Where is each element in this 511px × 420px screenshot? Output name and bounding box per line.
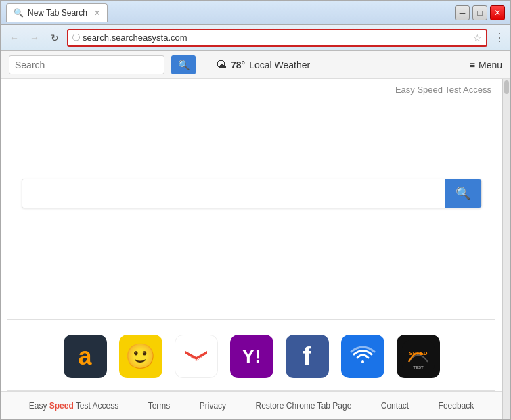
speed-svg-icon: SPEED TEST	[402, 340, 435, 373]
main-search-button[interactable]: 🔍	[445, 179, 481, 208]
wifi-svg-icon	[349, 343, 376, 370]
browser-tab[interactable]: 🔍 New Tab Search ✕	[6, 3, 108, 22]
footer-link-privacy[interactable]: Privacy	[200, 401, 226, 411]
footer-link-easy-speed[interactable]: Easy Speed Test Access	[29, 401, 119, 411]
minimize-button[interactable]: ─	[455, 5, 470, 20]
center-search-area: 🔍	[1, 95, 502, 319]
window-controls: ─ □ ✕	[455, 5, 505, 20]
weather-icon: 🌤	[216, 59, 227, 71]
scrollbar-thumb[interactable]	[504, 80, 509, 94]
scrollbar-track[interactable]	[502, 79, 510, 419]
shortcut-facebook[interactable]: f	[286, 335, 329, 378]
shortcut-flipkart[interactable]: 🙂	[119, 335, 162, 378]
page-area: Easy Speed Test Access 🔍 a	[1, 79, 502, 419]
browser-menu-icon[interactable]: ⋮	[494, 31, 505, 44]
bookmark-star-icon[interactable]: ☆	[473, 32, 482, 43]
top-right-link-area: Easy Speed Test Access	[1, 79, 502, 95]
toolbar-menu-widget[interactable]: ≡ Menu	[470, 60, 502, 70]
shortcut-yahoo[interactable]: Y!	[230, 335, 273, 378]
yahoo-icon: Y!	[242, 346, 261, 367]
shortcut-speed-test[interactable]: SPEED TEST	[397, 335, 440, 378]
svg-text:TEST: TEST	[413, 365, 424, 369]
refresh-button[interactable]: ↻	[47, 30, 63, 46]
address-bar: ← → ↻ ⓘ search.searcheasysta.com ☆ ⋮	[1, 25, 510, 51]
svg-point-5	[420, 352, 422, 355]
main-search-icon: 🔍	[456, 186, 470, 201]
browser-toolbar: 🔍 🌤 78° Local Weather ≡ Menu	[1, 51, 510, 79]
browser-window: 🔍 New Tab Search ✕ ─ □ ✕ ← → ↻ ⓘ search.…	[0, 0, 511, 420]
footer-link-restore[interactable]: Restore Chrome Tab Page	[256, 401, 352, 411]
titlebar: 🔍 New Tab Search ✕ ─ □ ✕	[1, 1, 510, 25]
weather-temperature: 78°	[231, 60, 245, 70]
shortcut-gmail[interactable]	[175, 335, 218, 378]
footer: Easy Speed Test Access Terms Privacy Res…	[1, 391, 502, 419]
gmail-svg-icon	[180, 340, 213, 373]
forward-button[interactable]: →	[26, 30, 43, 46]
main-search-input[interactable]	[22, 179, 445, 208]
footer-link-feedback[interactable]: Feedback	[439, 401, 474, 411]
address-url: search.searcheasysta.com	[83, 32, 468, 43]
shortcut-amazon[interactable]: a	[64, 335, 107, 378]
shortcut-wifi-speed[interactable]	[341, 335, 384, 378]
facebook-icon: f	[303, 342, 311, 371]
main-search-box: 🔍	[22, 179, 482, 208]
menu-hamburger-icon: ≡	[470, 60, 475, 70]
amazon-icon: a	[78, 342, 91, 371]
back-button[interactable]: ←	[6, 30, 22, 46]
tab-favicon: 🔍	[14, 8, 24, 18]
tab-close-button[interactable]: ✕	[94, 9, 100, 18]
easy-speed-test-link[interactable]: Easy Speed Test Access	[395, 85, 491, 95]
maximize-button[interactable]: □	[472, 5, 487, 20]
footer-link-terms[interactable]: Terms	[148, 401, 171, 411]
flipkart-icon: 🙂	[125, 342, 156, 371]
shortcuts-area: a 🙂	[1, 320, 502, 390]
footer-link-contact[interactable]: Contact	[381, 401, 409, 411]
svg-rect-0	[180, 340, 213, 373]
toolbar-search-icon: 🔍	[178, 60, 190, 70]
menu-label: Menu	[479, 60, 502, 70]
toolbar-search-button[interactable]: 🔍	[171, 55, 196, 74]
address-input-box[interactable]: ⓘ search.searcheasysta.com ☆	[67, 29, 487, 47]
weather-widget: 🌤 78° Local Weather	[216, 59, 310, 71]
weather-label: Local Weather	[249, 60, 310, 70]
close-button[interactable]: ✕	[490, 5, 505, 20]
main-content: Easy Speed Test Access 🔍 a	[1, 79, 510, 419]
tab-title: New Tab Search	[28, 8, 87, 18]
address-info-icon: ⓘ	[72, 32, 80, 43]
toolbar-search-input[interactable]	[9, 55, 164, 74]
